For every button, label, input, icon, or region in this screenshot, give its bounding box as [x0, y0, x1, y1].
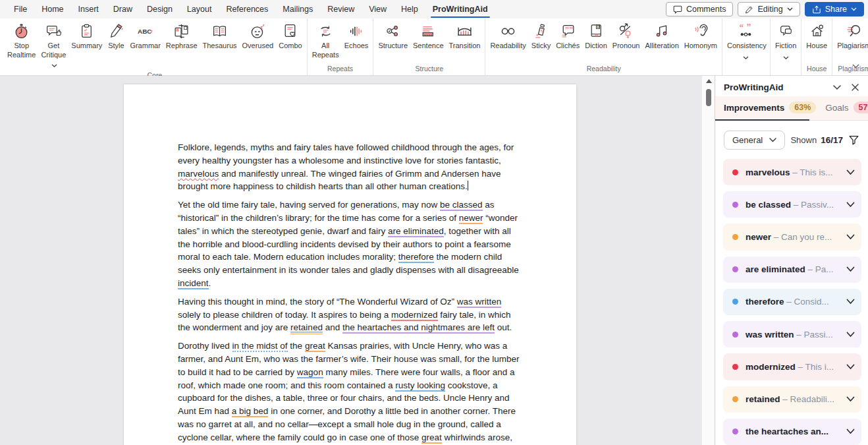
ruler-icon [420, 22, 437, 40]
highlighted-text[interactable]: be classed [440, 200, 483, 211]
readability-button[interactable]: Readability [487, 22, 528, 51]
share-button[interactable]: Share [805, 2, 864, 16]
expand-chevron-icon[interactable] [846, 169, 855, 175]
suggestion-card[interactable]: newer – Can you re... [723, 223, 861, 250]
scrollbar-thumb[interactable] [706, 89, 711, 106]
pronoun-button[interactable]: Pronoun [610, 22, 643, 51]
transition-button[interactable]: Transition [447, 22, 483, 51]
highlighted-text[interactable]: great [421, 432, 442, 444]
menu-insert[interactable]: Insert [71, 0, 106, 18]
highlighted-text[interactable]: in the midst of [232, 341, 288, 352]
style-button[interactable]: Style [105, 22, 127, 51]
menu-draw[interactable]: Draw [106, 0, 140, 18]
suggestion-card[interactable]: marvelous – This is... [723, 159, 861, 185]
suggestion-card[interactable]: modernized – This i... [723, 353, 861, 380]
sticky-button[interactable]: SSticky [529, 22, 553, 51]
overused-button[interactable]: zzOverused [240, 22, 277, 51]
document-text[interactable]: Folklore, legends, myths and fairy tales… [124, 84, 576, 444]
grammar-button[interactable]: ABCGrammar [127, 22, 163, 51]
svg-text:”: ” [747, 23, 751, 32]
suggestion-card[interactable]: are eliminated – Pa... [723, 256, 861, 283]
chevron-down-icon [783, 51, 789, 63]
glue-icon: S [532, 22, 549, 40]
highlighted-text[interactable]: incident [178, 278, 209, 289]
expand-chevron-icon[interactable] [846, 396, 855, 402]
thesaurus-button[interactable]: Thesaurus [200, 22, 240, 51]
editing-label: Editing [757, 5, 782, 14]
menu-design[interactable]: Design [140, 0, 180, 18]
collapse-ribbon-chevron-icon[interactable] [850, 61, 861, 71]
document-scrollbar[interactable] [701, 76, 715, 445]
expand-chevron-icon[interactable] [846, 299, 855, 305]
tab-improvements[interactable]: Improvements 63% [724, 102, 816, 113]
suggestion-card[interactable]: the heartaches an... [723, 419, 861, 445]
highlighted-text[interactable]: wagon [297, 367, 323, 378]
fiction-button[interactable]: ...Fiction [773, 22, 799, 63]
combo-button[interactable]: Combo [276, 22, 304, 51]
tab-goals[interactable]: Goals 57% [825, 102, 868, 113]
summary-button[interactable]: Summary [68, 22, 105, 51]
critique-icon [45, 22, 62, 40]
echoes-button[interactable]: Echoes [342, 22, 371, 51]
expand-chevron-icon[interactable] [846, 429, 855, 434]
highlighted-text[interactable]: newer [459, 213, 483, 224]
editing-mode-button[interactable]: Editing [738, 2, 800, 16]
filter-funnel-icon[interactable] [848, 134, 859, 146]
menu-file[interactable]: File [7, 0, 34, 18]
structure-button[interactable]: Structure [375, 22, 410, 51]
highlighted-text[interactable]: the heartaches and nightmares are left [342, 322, 495, 334]
highlighted-text[interactable]: retained [290, 322, 323, 334]
menu-help[interactable]: Help [394, 0, 425, 18]
comments-button[interactable]: Comments [666, 2, 733, 16]
menu-layout[interactable]: Layout [180, 0, 219, 18]
expand-chevron-icon[interactable] [846, 332, 855, 338]
menu-home[interactable]: Home [34, 0, 70, 18]
ribbon-button-label: Combo [279, 41, 302, 50]
highlighted-text[interactable]: marvelous [178, 169, 219, 179]
menu-view[interactable]: View [362, 0, 394, 18]
category-dropdown[interactable]: General [724, 131, 785, 150]
rephrase-button[interactable]: Rephrase [163, 22, 200, 51]
get-critique-button[interactable]: Get Critique [38, 22, 68, 71]
highlighted-text[interactable]: are eliminated [388, 226, 444, 237]
expand-chevron-icon[interactable] [846, 364, 855, 370]
scroll-up-arrow-icon[interactable] [702, 79, 715, 83]
sentence-button[interactable]: Sentence [410, 22, 446, 51]
house-button[interactable]: House [803, 22, 830, 51]
sleepy-face-icon: zz [249, 22, 266, 40]
expand-chevron-icon[interactable] [846, 234, 855, 240]
menu-mailings[interactable]: Mailings [275, 0, 320, 18]
consistency-button[interactable]: “”Consistency [724, 22, 768, 63]
stop-realtime-button[interactable]: Stop Realtime [5, 22, 38, 61]
homonym-button[interactable]: Homonym [682, 22, 720, 51]
suggestion-card[interactable]: therefore – Consid... [723, 289, 861, 315]
menu-prowritingaid[interactable]: ProWritingAid [425, 0, 495, 18]
highlighted-text[interactable]: was written [457, 297, 502, 308]
document-page[interactable]: Folklore, legends, myths and fairy tales… [124, 84, 576, 445]
all-repeats-button[interactable]: All Repeats [310, 22, 342, 61]
highlighted-text[interactable]: modernized [391, 310, 438, 321]
menu-references[interactable]: References [219, 0, 275, 18]
suggestion-card[interactable]: retained – Readabili... [723, 386, 861, 413]
menu-review[interactable]: Review [320, 0, 362, 18]
body-text: . [209, 278, 211, 288]
svg-text:””: ”” [565, 24, 574, 34]
clichés-button[interactable]: ””Clichés [553, 22, 582, 51]
shown-count: 16/17 [821, 135, 843, 145]
panel-collapse-chevron-icon[interactable] [833, 85, 841, 90]
plagiarism-button[interactable]: Plagiarism [834, 22, 868, 51]
highlighted-text[interactable]: rusty looking [395, 380, 445, 392]
expand-chevron-icon[interactable] [846, 266, 855, 272]
ribbon-button-label: Pronoun [612, 41, 640, 50]
highlighted-text[interactable]: a big bed [232, 406, 269, 417]
expand-chevron-icon[interactable] [846, 202, 855, 208]
alliteration-button[interactable]: Alliteration [642, 22, 681, 51]
highlighted-text[interactable]: great [305, 341, 325, 352]
diction-button[interactable]: DDiction [582, 22, 610, 51]
body-text: the [288, 341, 305, 351]
svg-text:ABC: ABC [138, 28, 151, 35]
suggestion-card[interactable]: was written – Passi... [723, 321, 861, 347]
close-icon[interactable] [852, 84, 859, 91]
suggestion-card[interactable]: be classed – Passiv... [723, 191, 861, 218]
highlighted-text[interactable]: therefore [398, 252, 434, 263]
